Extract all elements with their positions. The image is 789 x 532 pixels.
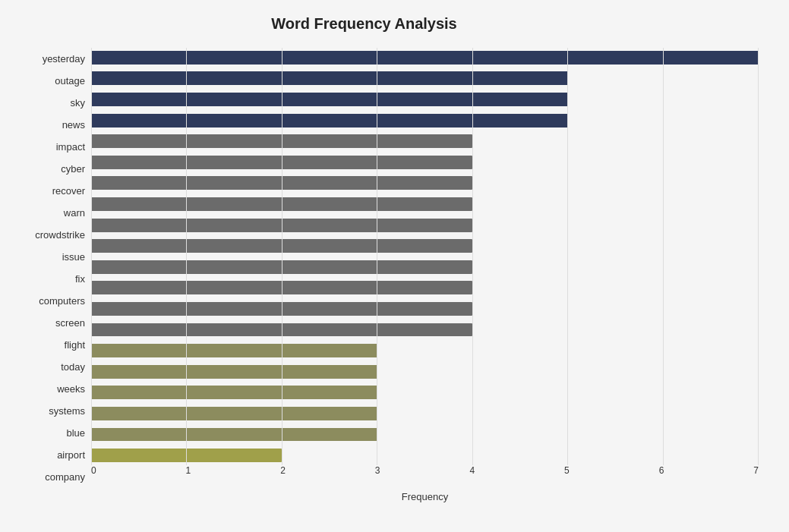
y-label: today [61,362,85,372]
y-label: company [45,472,85,482]
grid-line [472,48,473,465]
chart-container: Word Frequency Analysis yesterdayoutages… [0,0,789,532]
grid-line [282,48,282,465]
y-label: flight [65,340,85,350]
x-tick: 5 [564,465,570,476]
grid-line [567,48,568,465]
y-label: news [62,120,85,130]
bars-and-grid: 01234567 [91,48,759,488]
grid-line [186,48,187,465]
grid-line [377,48,377,465]
y-label: crowdstrike [35,230,85,240]
x-tick: 7 [753,465,759,476]
y-label: airport [57,450,85,460]
y-axis: yesterdayoutageskynewsimpactcyberrecover… [15,48,91,488]
y-label: weeks [57,384,85,394]
grid-line [663,48,664,465]
x-axis: 01234567 [91,465,759,488]
y-label: blue [66,428,85,438]
y-label: sky [71,98,86,108]
chart-area: yesterdayoutageskynewsimpactcyberrecover… [15,48,759,488]
x-axis-label: Frequency [91,491,759,502]
y-label: recover [52,186,85,196]
x-tick: 1 [186,465,191,476]
y-label: screen [55,318,85,328]
grid-lines [91,48,759,465]
y-label: warn [64,208,85,218]
x-tick: 6 [659,465,664,476]
y-label: fix [75,274,85,284]
y-label: impact [56,142,85,152]
y-label: systems [49,406,85,416]
chart-title: Word Frequency Analysis [15,15,759,33]
x-tick: 0 [91,465,96,476]
grid-line [91,48,92,465]
y-label: cyber [61,164,85,174]
y-label: issue [62,252,85,262]
x-tick: 4 [469,465,475,476]
y-label: computers [39,296,85,306]
x-tick: 2 [280,465,286,476]
y-label: outage [55,76,85,86]
x-tick: 3 [375,465,380,476]
y-label: yesterday [43,54,85,64]
grid-line [758,48,759,465]
